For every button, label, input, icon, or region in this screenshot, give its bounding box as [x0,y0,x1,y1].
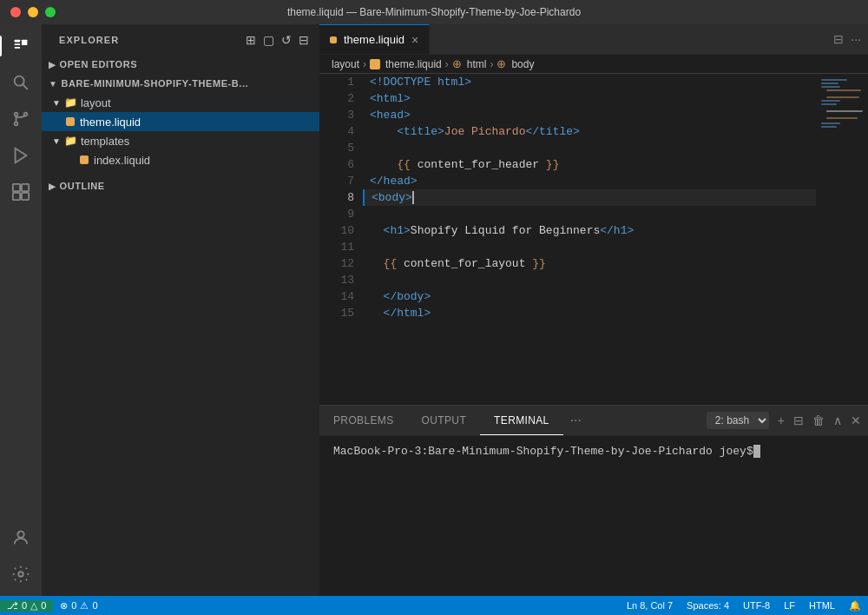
token-indent10 [370,222,384,239]
activity-account[interactable] [6,523,36,552]
terminal-body[interactable]: MacBook-Pro-3:Bare-Minimum-Shopify-Theme… [319,436,868,596]
svg-rect-19 [821,86,840,88]
svg-rect-3 [22,40,27,45]
window-controls [10,7,56,17]
liquid-file-icon [66,117,75,126]
svg-point-8 [15,113,18,116]
split-terminal-icon[interactable]: ⊟ [793,413,804,427]
activity-settings[interactable] [6,559,36,589]
outline-section: ▶ Outline [42,176,319,195]
ln-4: 4 [337,123,354,140]
bell-icon: 🔔 [849,600,861,612]
errors-status[interactable]: ⊗ 0 ⚠ 0 [53,600,104,612]
panel-right-actions: 2: bash + ⊟ 🗑 ∧ ✕ [707,406,868,435]
terminal-tab[interactable]: TERMINAL [480,406,563,435]
templates-chevron: ▼ [52,136,61,146]
svg-rect-2 [15,47,20,49]
minimize-button[interactable] [28,7,38,17]
tab-filename: theme.liquid [344,33,404,46]
svg-rect-26 [821,122,840,124]
theme-liquid-file[interactable]: theme.liquid [42,112,319,131]
outline-header[interactable]: ▶ Outline [42,176,319,195]
activity-source-control[interactable] [6,104,36,134]
bash-dropdown[interactable]: 2: bash [707,412,769,429]
panel-close-icon[interactable]: ✕ [851,413,861,427]
encoding-text: UTF-8 [743,600,770,611]
main-area: Explorer ⊞ ▢ ↺ ⊟ ▶ Open Editors ▼ BARE-M… [0,24,868,596]
breadcrumb-body[interactable]: body [511,58,534,70]
kill-terminal-icon[interactable]: 🗑 [812,413,825,427]
activity-extensions[interactable] [6,177,36,207]
breadcrumb-file[interactable]: theme.liquid [385,58,442,70]
breadcrumb-html[interactable]: html [467,58,487,70]
index-liquid-file[interactable]: index.liquid [42,150,319,169]
svg-rect-17 [821,79,847,81]
breadcrumb-layout[interactable]: layout [332,58,359,70]
new-folder-icon[interactable]: ▢ [263,33,274,47]
breadcrumb-sep3: › [490,58,493,70]
error-icon: ⊗ [60,600,68,612]
svg-rect-18 [821,83,838,84]
file-tree: ▼ 📁 layout theme.liquid ▼ 📁 templates in… [42,93,319,169]
git-status[interactable]: ⎇ 0 △ 0 [0,600,53,612]
maximize-button[interactable] [45,7,56,17]
svg-rect-1 [15,43,20,45]
activity-run[interactable] [6,141,36,170]
cursor-position[interactable]: Ln 8, Col 7 [620,600,680,611]
titlebar: theme.liquid — Bare-Minimum-Shopify-Them… [0,0,868,24]
templates-folder[interactable]: ▼ 📁 templates [42,131,319,150]
panel-up-icon[interactable]: ∧ [833,413,842,427]
panel-more-icon[interactable]: ··· [563,406,589,435]
code-line-5 [363,140,816,156]
project-header[interactable]: ▼ BARE-MINIMUM-SHOPIFY-THEME-B... [42,74,319,93]
breadcrumb-sep2: › [445,58,449,70]
breadcrumb: layout › theme.liquid › ⊕ html › ⊕ body [319,55,868,74]
code-line-15: </html> [363,305,816,321]
tab-bar: theme.liquid × ⊟ ··· [319,24,868,55]
svg-marker-10 [16,149,27,163]
code-content[interactable]: <!DOCTYPE html> <html> <head> <title>Joe… [363,74,816,405]
output-tab[interactable]: OUTPUT [408,406,481,435]
svg-rect-22 [821,100,840,102]
token-html-close: </html> [384,305,431,321]
svg-rect-11 [13,184,20,191]
new-file-icon[interactable]: ⊞ [246,33,256,47]
layout-label: layout [81,96,111,109]
refresh-icon[interactable]: ↺ [281,33,292,47]
activity-search[interactable] [6,68,36,97]
status-bar: ⎇ 0 △ 0 ⊗ 0 ⚠ 0 Ln 8, Col 7 Spaces: 4 UT… [0,596,868,615]
status-left: ⎇ 0 △ 0 ⊗ 0 ⚠ 0 [0,600,105,612]
bash-selector[interactable]: 2: bash [707,412,769,429]
feedback-status[interactable]: 🔔 [842,600,868,612]
warning-count: 0 [92,600,97,611]
theme-liquid-tab[interactable]: theme.liquid × [319,24,430,54]
outline-label: Outline [60,181,105,191]
close-button[interactable] [10,7,21,17]
open-editors-header[interactable]: ▶ Open Editors [42,55,319,74]
index-liquid-icon [80,155,89,164]
activity-explorer[interactable] [6,31,36,61]
terminal-label: TERMINAL [494,414,549,427]
language-status[interactable]: HTML [802,600,842,611]
tab-close-button[interactable]: × [411,34,418,46]
token-indent6 [370,156,397,173]
collapse-icon[interactable]: ⊟ [299,33,309,47]
add-terminal-icon[interactable]: + [778,413,785,427]
templates-label: templates [81,135,129,148]
split-editor-icon[interactable]: ⊟ [833,32,844,46]
svg-rect-21 [826,96,859,98]
indentation[interactable]: Spaces: 4 [680,600,736,611]
terminal-prompt: MacBook-Pro-3:Bare-Minimum-Shopify-Theme… [333,443,854,460]
templates-folder-icon: 📁 [64,135,77,147]
code-editor: 1 2 3 4 5 6 7 8 9 10 11 12 13 14 15 <!DO… [319,74,868,405]
more-actions-icon[interactable]: ··· [851,32,861,46]
code-line-11 [363,239,816,255]
outline-chevron: ▶ [49,182,56,191]
encoding-status[interactable]: UTF-8 [736,600,777,611]
git-icon: ⎇ [7,600,18,612]
error-count: 0 [71,600,76,611]
line-ending-status[interactable]: LF [777,600,802,611]
problems-tab[interactable]: PROBLEMS [319,406,408,435]
layout-folder[interactable]: ▼ 📁 layout [42,93,319,112]
ln-5: 5 [337,140,354,156]
